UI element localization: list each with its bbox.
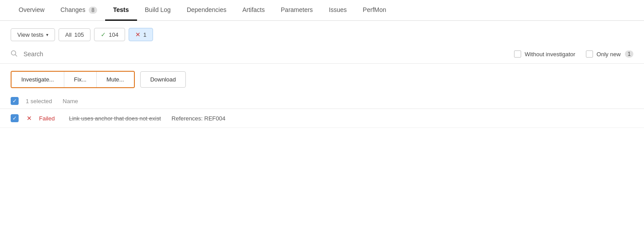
tab-perfmon[interactable]: PerfMon	[355, 0, 394, 21]
select-all-checkbox[interactable]: ✓	[11, 97, 19, 105]
table-row: ✓ ✕ Failed Link uses anchor that does no…	[0, 109, 644, 128]
main-container: Overview Changes 8 Tests Build Log Depen…	[0, 0, 644, 232]
tab-changes[interactable]: Changes 8	[52, 0, 105, 21]
without-investigator-label[interactable]: Without investigator	[514, 50, 575, 58]
tab-build-log[interactable]: Build Log	[137, 0, 179, 21]
tab-dependencies[interactable]: Dependencies	[179, 0, 235, 21]
without-investigator-checkbox[interactable]	[514, 50, 521, 58]
filter-bar: View tests ▾ All 105 ✓ 104 ✕ 1	[0, 21, 644, 46]
passed-tests-filter[interactable]: ✓ 104	[94, 28, 125, 41]
failed-tests-filter[interactable]: ✕ 1	[129, 28, 153, 41]
only-new-badge: 1	[625, 50, 633, 58]
tab-tests[interactable]: Tests	[105, 0, 137, 21]
name-column-header: Name	[63, 98, 78, 104]
tab-artifacts[interactable]: Artifacts	[234, 0, 273, 21]
action-group: Investigate... Fix... Mute...	[11, 71, 135, 88]
search-input[interactable]	[24, 50, 503, 58]
tab-overview[interactable]: Overview	[11, 0, 52, 21]
svg-line-1	[16, 55, 17, 57]
download-button[interactable]: Download	[140, 71, 186, 88]
fix-button[interactable]: Fix...	[64, 72, 97, 87]
row-checkmark-icon: ✓	[12, 115, 17, 121]
changes-badge: 8	[89, 7, 97, 14]
investigate-button[interactable]: Investigate...	[12, 72, 64, 87]
row-checkbox[interactable]: ✓	[11, 114, 19, 122]
table-header: ✓ 1 selected Name	[0, 93, 644, 109]
view-tests-arrow-icon: ▾	[46, 32, 48, 37]
search-icon	[11, 50, 17, 58]
status-failed-icon: ✕	[27, 115, 32, 122]
failed-x-icon: ✕	[135, 31, 141, 38]
checkbox-filters: Without investigator Only new 1	[514, 50, 633, 58]
all-tests-filter[interactable]: All 105	[59, 28, 90, 41]
passed-check-icon: ✓	[101, 31, 106, 38]
selected-count-label: 1 selected	[26, 98, 52, 104]
tab-issues[interactable]: Issues	[321, 0, 354, 21]
search-wrapper	[11, 50, 503, 58]
failed-label: Failed	[39, 115, 55, 122]
test-reference: References: REF004	[172, 115, 225, 122]
only-new-checkbox[interactable]	[586, 50, 593, 58]
only-new-label[interactable]: Only new 1	[586, 50, 633, 58]
view-tests-button[interactable]: View tests ▾	[11, 28, 55, 41]
tab-bar: Overview Changes 8 Tests Build Log Depen…	[0, 0, 644, 21]
action-toolbar: Investigate... Fix... Mute... Download	[0, 64, 644, 93]
mute-button[interactable]: Mute...	[97, 72, 134, 87]
search-row: Without investigator Only new 1	[0, 46, 644, 64]
select-all-checkmark-icon: ✓	[12, 98, 17, 104]
test-name: Link uses anchor that does not exist	[69, 115, 161, 122]
tab-parameters[interactable]: Parameters	[273, 0, 321, 21]
